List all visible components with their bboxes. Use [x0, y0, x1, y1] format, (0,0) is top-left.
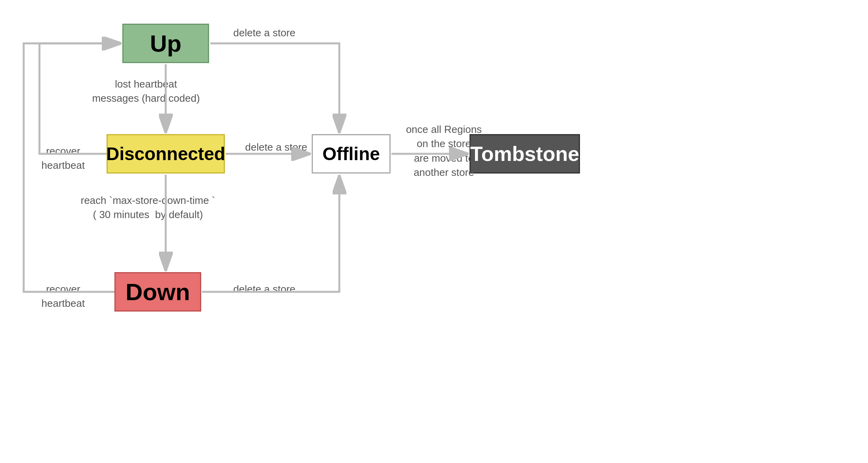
label-delete-down: delete a store [225, 282, 304, 296]
label-offline-to-tombstone: once all Regionson the storeare moved to… [398, 122, 489, 180]
state-disconnected-label: Disconnected [106, 143, 225, 164]
state-up: Up [122, 24, 209, 63]
diagram: Up Disconnected Down Offline Tombstone l… [0, 0, 868, 463]
label-up-to-disconnected: lost heartbeat messages (hard coded) [91, 77, 201, 106]
label-disconnected-to-down: reach `max-store-down-time `( 30 minutes… [79, 193, 217, 222]
state-down: Down [114, 272, 201, 312]
label-recover-down: recoverheartbeat [28, 282, 99, 311]
label-recover-disconnected: recoverheartbeat [28, 144, 99, 173]
label-delete-disconnected: delete a store [237, 140, 316, 154]
arrows-svg [0, 0, 868, 463]
label-delete-up: delete a store [225, 26, 304, 40]
state-down-label: Down [125, 278, 190, 306]
state-offline-label: Offline [322, 143, 380, 164]
state-up-label: Up [150, 30, 181, 57]
state-disconnected: Disconnected [107, 134, 225, 174]
state-offline: Offline [312, 134, 391, 174]
